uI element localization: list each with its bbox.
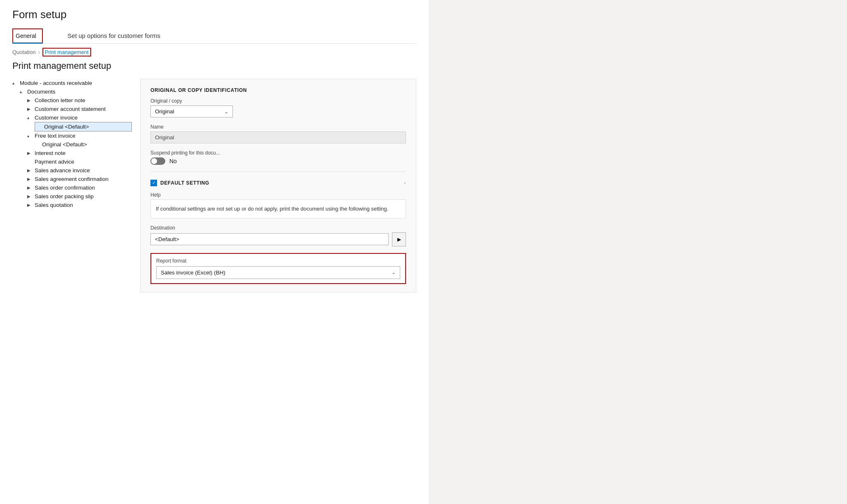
page-title: Form setup	[12, 8, 416, 21]
default-setting-checkbox[interactable]: ✓	[150, 180, 157, 186]
tree-node-collection-letter[interactable]: ▶ Collection letter note	[12, 96, 132, 105]
suspend-group: Suspend printing for this docu... No	[150, 150, 406, 165]
tree-node-sales-advance[interactable]: ▶ Sales advance invoice	[12, 166, 132, 175]
tree-node-free-text-invoice[interactable]: ▴ Free text invoice	[12, 131, 132, 140]
chevron-down-icon: ⌄	[392, 270, 396, 275]
tree-node-customer-account[interactable]: ▶ Customer account statement	[12, 105, 132, 113]
tree-node-interest-note[interactable]: ▶ Interest note	[12, 149, 132, 157]
original-copy-group: Original / copy Original ⌄	[150, 98, 406, 117]
toggle-icon: ▴	[20, 89, 27, 94]
tree-node-free-text-original[interactable]: Original <Default>	[12, 140, 132, 149]
subtitle: Set up options for customer forms	[43, 28, 416, 43]
tree-panel: ▴ Module - accounts receivable ▴ Documen…	[12, 79, 140, 293]
tree-node-sales-order-confirmation[interactable]: ▶ Sales order confirmation	[12, 183, 132, 192]
toggle-icon: ▶	[27, 107, 35, 111]
report-format-select[interactable]: Sales invoice (Excel) (BH) ⌄	[156, 266, 400, 279]
orig-copy-header: ORIGINAL OR COPY IDENTIFICATION	[150, 87, 406, 93]
tree-node-sales-quotation[interactable]: ▶ Sales quotation	[12, 201, 132, 209]
breadcrumb-quotation: Quotation	[12, 49, 35, 55]
help-label: Help	[150, 192, 406, 198]
toggle-icon: ▴	[27, 115, 35, 120]
suspend-value: No	[169, 158, 177, 164]
breadcrumb-print-management[interactable]: Print management	[42, 48, 91, 56]
tree-node-sales-order-packing[interactable]: ▶ Sales order packing slip	[12, 192, 132, 201]
suspend-toggle[interactable]	[150, 157, 165, 165]
report-format-label: Report format	[156, 258, 400, 264]
toggle-icon: ▴	[12, 81, 20, 85]
name-field: Original	[150, 131, 406, 143]
tree-node-sales-agreement[interactable]: ▶ Sales agreement confirmation	[12, 175, 132, 183]
toggle-icon: ▶	[27, 168, 35, 173]
toggle-icon: ▶	[27, 203, 35, 207]
tab-general[interactable]: General	[12, 28, 43, 43]
play-icon: ▶	[397, 237, 401, 242]
default-setting-header: ✓ DEFAULT SETTING ·	[150, 178, 406, 187]
toggle-icon: ▶	[27, 151, 35, 155]
suspend-label: Suspend printing for this docu...	[150, 150, 406, 156]
section-title: Print management setup	[12, 61, 416, 71]
tree-node-payment-advice[interactable]: Payment advice	[12, 157, 132, 166]
name-group: Name Original	[150, 124, 406, 143]
name-label: Name	[150, 124, 406, 130]
toggle-icon: ▴	[27, 134, 35, 138]
destination-label: Destination	[150, 225, 406, 231]
tab-bar: General Set up options for customer form…	[12, 28, 416, 44]
help-text: If conditional settings are not set up o…	[150, 199, 406, 218]
detail-panel: ORIGINAL OR COPY IDENTIFICATION Original…	[140, 79, 416, 293]
toggle-icon: ▶	[27, 185, 35, 190]
breadcrumb: Quotation › Print management	[12, 44, 416, 61]
destination-button[interactable]: ▶	[392, 232, 406, 246]
chevron-down-icon: ⌄	[224, 109, 228, 115]
tree-node-original-default[interactable]: Original <Default>	[35, 122, 132, 131]
main-content: ▴ Module - accounts receivable ▴ Documen…	[12, 79, 416, 293]
tree-node-customer-invoice[interactable]: ▴ Customer invoice	[12, 113, 132, 122]
toggle-icon: ▶	[27, 98, 35, 103]
toggle-icon: ▶	[27, 177, 35, 181]
destination-field[interactable]: <Default>	[150, 233, 389, 245]
dot-menu-icon[interactable]: ·	[404, 178, 406, 187]
destination-group: Destination <Default> ▶	[150, 225, 406, 246]
tree-node-module[interactable]: ▴ Module - accounts receivable	[12, 79, 132, 87]
original-copy-label: Original / copy	[150, 98, 406, 104]
report-format-section: Report format Sales invoice (Excel) (BH)…	[150, 253, 406, 284]
toggle-icon: ▶	[27, 194, 35, 199]
help-group: Help If conditional settings are not set…	[150, 192, 406, 218]
original-copy-select[interactable]: Original ⌄	[150, 105, 233, 117]
tree-node-documents[interactable]: ▴ Documents	[12, 87, 132, 96]
